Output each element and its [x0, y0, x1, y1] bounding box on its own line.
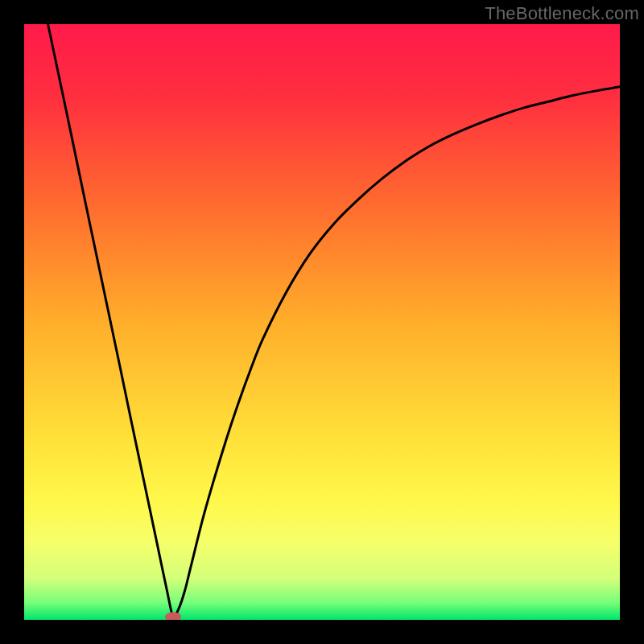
chart-svg — [24, 24, 620, 620]
watermark-text: TheBottleneck.com — [485, 3, 639, 24]
chart-frame: TheBottleneck.com — [0, 0, 644, 644]
plot-area — [24, 24, 620, 620]
gradient-background — [24, 24, 620, 620]
